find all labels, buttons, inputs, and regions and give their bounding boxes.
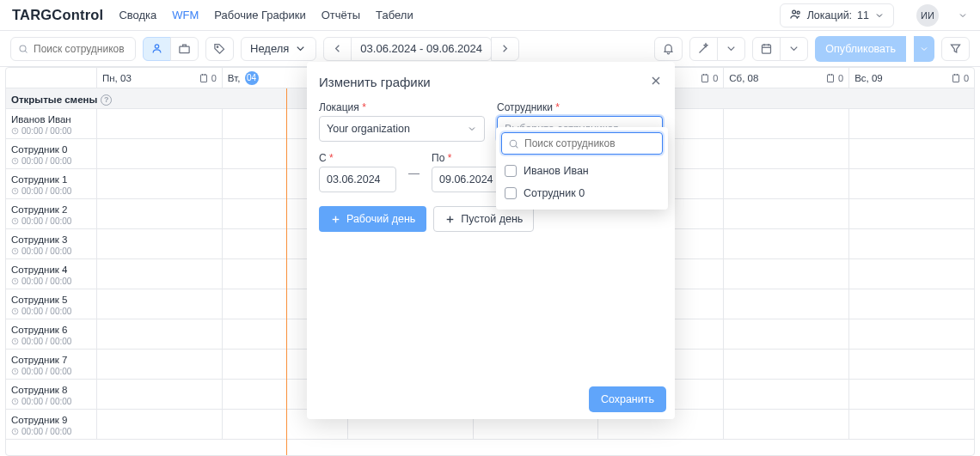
dropdown-item-label: Сотрудник 0 (524, 187, 585, 199)
svg-point-40 (510, 140, 517, 147)
dropdown-search[interactable] (501, 132, 663, 155)
edit-schedules-modal: Изменить графики Локация * Your organiza… (307, 62, 675, 419)
date-separator: — (408, 167, 420, 188)
from-date-input[interactable]: 03.06.2024 (319, 167, 396, 192)
modal-backdrop: Изменить графики Локация * Your organiza… (0, 0, 980, 456)
save-button[interactable]: Сохранить (589, 386, 666, 412)
search-icon (508, 138, 519, 149)
svg-line-41 (516, 145, 518, 148)
dropdown-item-label: Иванов Иван (524, 165, 589, 177)
dropdown-search-input[interactable] (524, 137, 656, 149)
from-label: С (319, 152, 327, 164)
checkbox[interactable] (505, 187, 517, 199)
emptyday-label: Пустой день (461, 213, 523, 225)
plus-icon (444, 214, 456, 225)
from-date-value: 03.06.2024 (327, 173, 381, 185)
close-icon (649, 74, 663, 88)
workday-label: Рабочий день (346, 213, 415, 225)
location-field-label: Локация (319, 101, 359, 113)
location-select-value: Your organization (327, 123, 410, 135)
modal-title: Изменить графики (319, 75, 431, 89)
to-date-value: 09.06.2024 (439, 173, 493, 185)
modal-close-button[interactable] (649, 74, 663, 90)
employees-field-label: Сотрудники (497, 101, 553, 113)
emptyday-button[interactable]: Пустой день (433, 206, 534, 232)
dropdown-item[interactable]: Сотрудник 0 (501, 182, 663, 204)
to-label: По (432, 152, 444, 164)
employees-dropdown: Иванов Иван Сотрудник 0 (496, 127, 668, 210)
checkbox[interactable] (505, 165, 517, 177)
location-select[interactable]: Your organization (319, 116, 485, 142)
workday-button[interactable]: Рабочий день (319, 206, 426, 232)
chevron-down-icon (467, 124, 477, 134)
plus-icon (330, 214, 341, 225)
dropdown-item[interactable]: Иванов Иван (501, 160, 663, 182)
